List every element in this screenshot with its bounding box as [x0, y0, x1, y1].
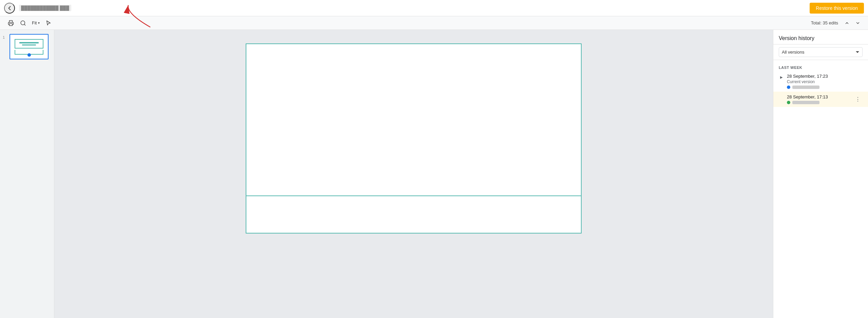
version-panel-title: Version history [773, 30, 868, 44]
zoom-value: Fit [32, 20, 37, 25]
version-item-1[interactable]: ▶ 28 September, 17:23 Current version [773, 71, 868, 92]
nav-down-button[interactable] [853, 18, 863, 28]
cursor-button[interactable] [43, 18, 54, 29]
back-button[interactable] [4, 3, 15, 14]
version-info-1: 28 September, 17:23 Current version [787, 74, 828, 89]
slide-thumbnail-wrapper: 1 [3, 34, 51, 59]
version-expand-icon-1[interactable]: ▶ [779, 74, 784, 80]
slide-thumb-dot [27, 53, 31, 57]
version-user-row-2 [787, 101, 828, 104]
total-edits-label: Total: 35 edits [811, 20, 838, 25]
restore-button[interactable]: Restore this version [810, 3, 864, 14]
user-dot-1 [787, 86, 790, 89]
slide-thumbnail[interactable] [10, 34, 49, 59]
version-panel: Version history All versions Named versi… [773, 30, 868, 318]
main-content: 1 Version history [0, 30, 868, 318]
file-name-area: ████████████ ███ [19, 5, 806, 11]
file-name: ████████████ ███ [19, 5, 71, 11]
version-item-left-2: ▶ 28 September, 17:13 [779, 94, 828, 104]
svg-rect-1 [10, 23, 13, 25]
user-name-blur-1 [792, 86, 819, 89]
version-date-2: 28 September, 17:13 [787, 94, 828, 99]
version-filter-select[interactable]: All versions Named versions [779, 47, 863, 57]
top-bar: ████████████ ███ Restore this version [0, 0, 868, 16]
version-info-2: 28 September, 17:13 [787, 94, 828, 104]
version-more-button-2[interactable]: ⋮ [853, 94, 863, 104]
print-button[interactable] [5, 18, 16, 29]
slide-number: 1 [3, 34, 7, 39]
user-name-blur-2 [792, 101, 819, 104]
zoom-dropdown[interactable]: Fit ▾ [30, 19, 42, 27]
version-list: LAST WEEK ▶ 28 September, 17:23 Current … [773, 60, 868, 318]
version-sublabel-1: Current version [787, 79, 828, 84]
slide-top-section [246, 43, 582, 196]
slide-bottom-section [246, 196, 582, 233]
zoom-icon-button[interactable] [18, 18, 29, 29]
version-user-row-1 [787, 86, 828, 89]
slide-canvas [246, 43, 582, 233]
version-group-label: LAST WEEK [773, 63, 868, 71]
toolbar: Fit ▾ Total: 35 edits [0, 16, 868, 30]
canvas-area [54, 30, 773, 318]
slide-panel: 1 [0, 30, 54, 318]
nav-up-button[interactable] [842, 18, 852, 28]
svg-line-3 [24, 24, 25, 25]
version-item-2[interactable]: ▶ 28 September, 17:13 ⋮ [773, 92, 868, 107]
version-filter: All versions Named versions [773, 44, 868, 60]
version-item-left-1: ▶ 28 September, 17:23 Current version [779, 74, 828, 89]
user-dot-2 [787, 101, 790, 104]
version-date-1: 28 September, 17:23 [787, 74, 828, 79]
zoom-chevron-icon: ▾ [38, 21, 40, 25]
